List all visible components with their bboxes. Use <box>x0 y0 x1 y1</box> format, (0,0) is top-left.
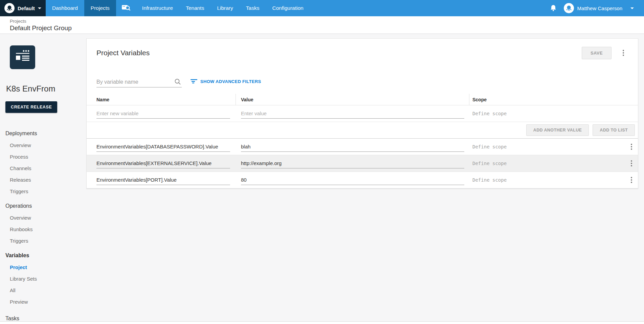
sidebar-section-deployments[interactable]: Deployments <box>5 130 83 137</box>
variable-row: Define scope <box>87 139 638 155</box>
nav-tab-infrastructure[interactable]: Infrastructure <box>136 0 179 16</box>
sidebar-item-process[interactable]: Process <box>5 154 83 160</box>
nav-tab-library[interactable]: Library <box>210 0 239 16</box>
variable-value-input[interactable] <box>241 142 464 152</box>
overflow-menu-icon[interactable] <box>620 49 626 57</box>
sidebar-item-operations-overview[interactable]: Overview <box>5 215 83 221</box>
sidebar-section-tasks[interactable]: Tasks <box>5 316 83 322</box>
top-navigation: Default Dashboard Projects Infrastructur… <box>0 0 644 16</box>
sidebar-item-all[interactable]: All <box>5 287 83 293</box>
space-label: Default <box>18 5 35 11</box>
variable-define-scope[interactable]: Define scope <box>469 161 620 166</box>
variable-row: Define scope <box>87 172 638 188</box>
octopus-logo-icon <box>4 3 15 13</box>
sidebar-item-deployments-overview[interactable]: Overview <box>5 142 83 148</box>
sidebar-item-channels[interactable]: Channels <box>5 165 83 171</box>
page-bottom-divider <box>0 321 644 324</box>
user-name: Matthew Casperson <box>577 5 622 11</box>
notifications-bell-icon[interactable] <box>550 4 557 12</box>
user-menu[interactable]: Matthew Casperson <box>564 3 634 13</box>
sidebar-item-preview[interactable]: Preview <box>5 299 83 305</box>
show-advanced-filters-link[interactable]: SHOW ADVANCED FILTERS <box>191 79 261 87</box>
variable-value-input[interactable] <box>241 159 464 168</box>
card-title: Project Variables <box>96 49 582 57</box>
user-menu-caret-icon <box>630 7 634 9</box>
sidebar-item-operations-triggers[interactable]: Triggers <box>5 238 83 244</box>
project-sidebar: K8s EnvFrom CREATE RELEASE Deployments O… <box>0 34 83 324</box>
variable-filter-field <box>96 78 182 87</box>
sidebar-nav: Deployments Overview Process Channels Re… <box>5 130 83 324</box>
variable-name-input[interactable] <box>96 159 230 168</box>
row-overflow-menu-icon[interactable] <box>628 143 635 151</box>
nav-tab-configuration[interactable]: Configuration <box>266 0 310 16</box>
new-variable-actions-row: ADD ANOTHER VALUE ADD TO LIST <box>87 122 638 139</box>
nav-tab-tasks[interactable]: Tasks <box>240 0 266 16</box>
nav-tab-projects[interactable]: Projects <box>84 0 116 16</box>
page-title: Default Project Group <box>10 24 644 32</box>
sidebar-item-runbooks[interactable]: Runbooks <box>5 226 83 232</box>
new-variable-define-scope[interactable]: Define scope <box>469 111 620 116</box>
sidebar-item-releases[interactable]: Releases <box>5 177 83 183</box>
project-variables-card: Project Variables SAVE SHOW ADVANCED FIL… <box>86 38 638 189</box>
space-caret-icon <box>38 7 41 9</box>
sidebar-item-library-sets[interactable]: Library Sets <box>5 276 83 282</box>
project-logo-icon <box>10 45 35 69</box>
add-another-value-button[interactable]: ADD ANOTHER VALUE <box>526 124 589 136</box>
nav-tab-search[interactable] <box>116 0 136 16</box>
nav-tab-tenants[interactable]: Tenants <box>179 0 210 16</box>
variables-table-header: Name Value Scope <box>87 94 638 105</box>
show-advanced-filters-label: SHOW ADVANCED FILTERS <box>200 79 261 84</box>
variable-value-input[interactable] <box>241 175 464 185</box>
user-avatar <box>564 3 574 13</box>
column-header-value: Value <box>236 94 469 105</box>
page-header: Projects Default Project Group <box>0 16 644 34</box>
breadcrumb[interactable]: Projects <box>10 19 644 24</box>
filter-icon <box>191 79 197 84</box>
variable-name-input[interactable] <box>96 142 230 152</box>
variable-row: Define scope <box>87 155 638 172</box>
create-release-button[interactable]: CREATE RELEASE <box>5 101 57 113</box>
nav-tab-dashboard[interactable]: Dashboard <box>46 0 84 16</box>
project-name: K8s EnvFrom <box>5 84 83 94</box>
add-to-list-button[interactable]: ADD TO LIST <box>593 124 635 136</box>
column-header-name: Name <box>87 94 236 105</box>
sidebar-item-variables-project[interactable]: Project <box>5 264 83 270</box>
search-card-icon <box>121 4 130 12</box>
row-overflow-menu-icon[interactable] <box>628 176 635 184</box>
variable-define-scope[interactable]: Define scope <box>469 144 620 149</box>
sidebar-item-deployments-triggers[interactable]: Triggers <box>5 188 83 194</box>
sidebar-section-variables[interactable]: Variables <box>5 252 83 259</box>
new-variable-value-input[interactable] <box>241 109 464 119</box>
search-icon <box>174 78 181 86</box>
variable-define-scope[interactable]: Define scope <box>469 177 620 183</box>
variable-name-input[interactable] <box>96 175 230 185</box>
column-header-scope: Scope <box>469 94 620 105</box>
variable-name-filter-input[interactable] <box>96 78 182 87</box>
save-button[interactable]: SAVE <box>582 47 612 59</box>
space-switcher[interactable]: Default <box>0 0 46 16</box>
new-variable-name-input[interactable] <box>96 109 230 119</box>
row-overflow-menu-icon[interactable] <box>628 159 635 167</box>
nav-tabs: Dashboard Projects Infrastructure Tenant… <box>46 0 310 16</box>
sidebar-section-operations[interactable]: Operations <box>5 203 83 209</box>
new-variable-row: Define scope <box>87 105 638 122</box>
